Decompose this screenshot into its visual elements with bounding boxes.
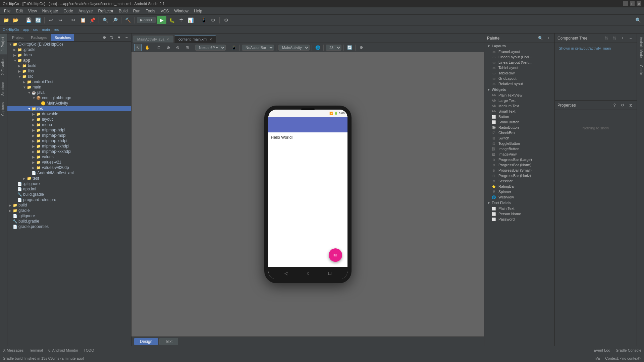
palette-item-gridlayout[interactable]: ▭GridLayout [484, 76, 554, 81]
undo-button[interactable]: ↩ [47, 16, 55, 24]
palette-item-ratingbar[interactable]: ⭐RatingBar [484, 184, 554, 189]
menu-file[interactable]: File [1, 7, 13, 15]
tree-item-build-app[interactable]: ▶ 📁 build [7, 63, 131, 68]
palette-item-framelayout[interactable]: ▭FrameLayout [484, 49, 554, 54]
palette-search-button[interactable]: 🔍 [537, 35, 544, 42]
palette-item-plaintextview[interactable]: AbPlain TextView [484, 93, 554, 98]
palette-item-progressbar-norm[interactable]: ⊝ProgressBar (Norm) [484, 162, 554, 168]
nav-src[interactable]: src [33, 27, 38, 32]
menu-view[interactable]: View [25, 7, 40, 15]
tree-item-manifest[interactable]: 📄 AndroidManifest.xml [7, 170, 131, 176]
locale-button[interactable]: 🌐 [314, 44, 321, 51]
palette-item-linearlayout-v[interactable]: ▭LinearLayout (Verti... [484, 60, 554, 65]
menu-run[interactable]: Run [130, 7, 143, 15]
tab-scratches[interactable]: Scratches [51, 34, 74, 41]
palette-item-imagebutton[interactable]: 🖼ImageButton [484, 146, 554, 152]
palette-item-radiobutton[interactable]: 🔘RadioButton [484, 125, 554, 130]
panel-more-icon[interactable]: ⋯ [123, 34, 130, 41]
tree-item-mipmap-hdpi[interactable]: ▶ 📁 mipmap-hdpi [7, 127, 131, 133]
menu-vcs[interactable]: VCS [158, 7, 172, 15]
palette-item-checkbox[interactable]: ☑CheckBox [484, 130, 554, 135]
coverage-button[interactable]: ☂ [177, 16, 185, 24]
palette-item-personname[interactable]: ⬜Person Name [484, 211, 554, 217]
avd-manager[interactable]: 📱 [200, 16, 208, 24]
tree-item-menu[interactable]: ▶ 📁 menu [7, 122, 131, 127]
ct-more-button[interactable]: + [619, 35, 626, 42]
zoom-actual-button[interactable]: ⊞ [183, 44, 191, 51]
side-tab-favorites[interactable]: 2: Favorites [0, 54, 7, 78]
bottom-tab-android-monitor[interactable]: 6: Android Monitor [48, 348, 78, 353]
tree-item-layout[interactable]: ▶ 📁 layout [7, 117, 131, 122]
tree-item-build-gradle-app[interactable]: 🔧 build.gradle [7, 192, 131, 197]
palette-cat-textfields-header[interactable]: ▼ Text Fields [484, 200, 554, 206]
zoom-in-button[interactable]: ⊕ [165, 44, 172, 51]
run-button[interactable]: ▶ [157, 16, 166, 24]
tree-item-main[interactable]: ▼ 📁 main [7, 84, 131, 90]
tree-item-build-gradle-root[interactable]: 🔧 build.gradle [7, 219, 131, 224]
find-in-path[interactable]: 🔎 [111, 16, 119, 24]
properties-reset-button[interactable]: ↺ [619, 102, 626, 109]
tree-item-res[interactable]: ▼ 📁 res [7, 106, 131, 111]
palette-item-mediumtext[interactable]: AbMedium Text [484, 103, 554, 109]
menu-navigate[interactable]: Navigate [40, 7, 61, 15]
menu-refactor[interactable]: Refactor [96, 7, 116, 15]
menu-code[interactable]: Code [61, 7, 76, 15]
settings-design-button[interactable]: ⚙ [358, 44, 365, 51]
close-button[interactable]: ✕ [637, 1, 641, 6]
save-all-button[interactable]: 🔄 [34, 16, 42, 24]
menu-edit[interactable]: Edit [13, 7, 25, 15]
run-config-dropdown[interactable]: ▶ app ▾ [137, 17, 156, 23]
side-tab-captures[interactable]: Captures [0, 99, 7, 119]
palette-item-togglebutton[interactable]: ⊡ToggleButton [484, 141, 554, 146]
palette-item-password[interactable]: ⬜Password [484, 217, 554, 222]
find-button[interactable]: 🔍 [101, 16, 109, 24]
phone-nav-back[interactable]: ◁ [284, 270, 288, 276]
side-tab-android-model[interactable]: Android Model [637, 34, 644, 62]
palette-item-linearlayout-h[interactable]: ▭LinearLayout (Hori... [484, 54, 554, 60]
refresh-button[interactable]: 🔄 [346, 44, 353, 51]
tree-item-values[interactable]: ▶ 📁 values [7, 154, 131, 160]
tree-item-values-v21[interactable]: ▶ 📁 values-v21 [7, 160, 131, 165]
bottom-tab-event-log[interactable]: Event Log [594, 348, 610, 353]
build-button[interactable]: 🔨 [124, 16, 132, 24]
tab-mainactivity-close[interactable]: ✕ [166, 38, 169, 41]
menu-analyze[interactable]: Analyze [76, 7, 96, 15]
palette-item-imageview[interactable]: 🖼ImageView [484, 152, 554, 157]
tab-content-main-xml[interactable]: content_main.xml ✕ [174, 36, 216, 43]
tree-item-root[interactable]: ▼ 📁 OkHttpGo (E:\OkHttpGo) [7, 42, 131, 47]
theme-selector[interactable]: NoActionBar [242, 45, 274, 51]
tree-item-mainactivity[interactable]: 🟡 MainActivity [7, 101, 131, 106]
redo-button[interactable]: ↪ [56, 16, 64, 24]
palette-cat-widgets-header[interactable]: ▼ Widgets [484, 86, 554, 93]
tree-item-proguard[interactable]: 📄 proguard-rules.pro [7, 197, 131, 202]
palette-item-smallbutton[interactable]: ⬜Small Button [484, 119, 554, 125]
tree-item-package[interactable]: ▼ 📦 com.lgl.okhttpgo [7, 95, 131, 101]
palette-item-largetext[interactable]: AbLarge Text [484, 98, 554, 103]
portrait-button[interactable]: 📱 [230, 44, 237, 51]
panel-filter-icon[interactable]: ⇅ [108, 34, 115, 41]
tab-content-main-close[interactable]: ✕ [209, 38, 212, 41]
ct-sort-button[interactable]: ⇅ [603, 35, 610, 42]
bottom-tab-messages[interactable]: 0: Messages [3, 348, 23, 353]
settings-button[interactable]: ⚙ [222, 16, 230, 24]
tree-item-values-w820dp[interactable]: ▶ 📁 values-w820dp [7, 165, 131, 170]
ct-minus-button[interactable]: − [627, 35, 634, 42]
copy-button[interactable]: 📋 [79, 16, 87, 24]
save-button[interactable]: 💾 [24, 16, 33, 24]
menu-window[interactable]: Window [171, 7, 191, 15]
tree-item-app-iml[interactable]: 📄 app.iml [7, 186, 131, 192]
open-button[interactable]: 📂 [11, 16, 19, 24]
nav-app[interactable]: app [23, 27, 29, 32]
tree-item-drawable[interactable]: ▶ 📁 drawable [7, 111, 131, 117]
menu-help[interactable]: Help [191, 7, 205, 15]
palette-item-progressbar-horiz[interactable]: ⊟ProgressBar (Horiz) [484, 173, 554, 178]
tree-item-androidtest[interactable]: ▶ 📁 androidTest [7, 79, 131, 84]
palette-item-switch[interactable]: ⊟Switch [484, 135, 554, 141]
minimize-button[interactable]: ─ [623, 1, 628, 6]
tree-item-idea[interactable]: ▶ 📁 .idea [7, 52, 131, 58]
activity-selector[interactable]: MainActivity [278, 45, 310, 51]
palette-item-spinner[interactable]: ⊽Spinner [484, 189, 554, 194]
device-selector[interactable]: Nexus 6P ▾ [195, 45, 226, 51]
tree-item-libs[interactable]: ▶ 📁 libs [7, 68, 131, 74]
tree-item-build-root[interactable]: ▶ 📁 build [7, 202, 131, 208]
